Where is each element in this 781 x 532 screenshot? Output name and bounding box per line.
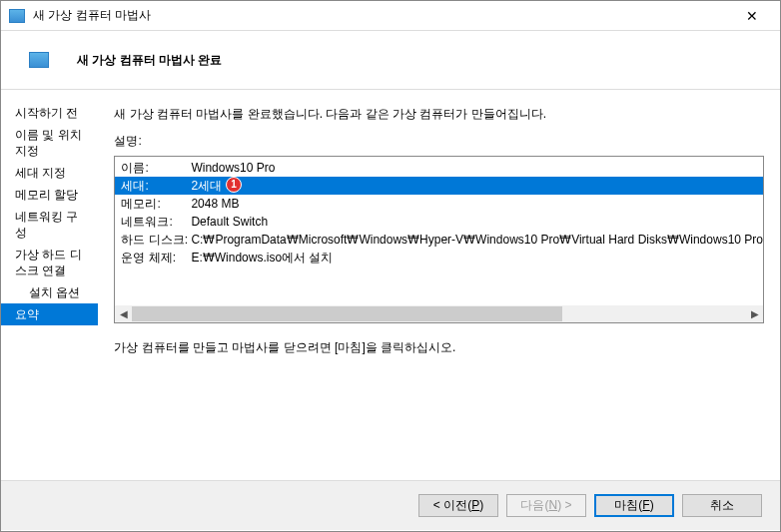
summary-row-0[interactable]: 이름:Windows10 Pro	[115, 159, 763, 177]
hint-text: 가상 컴퓨터를 만들고 마법사를 닫으려면 [마침]을 클릭하십시오.	[114, 339, 764, 356]
summary-row-2[interactable]: 메모리:2048 MB	[115, 195, 763, 213]
page-title: 새 가상 컴퓨터 마법사 완료	[77, 52, 222, 69]
scroll-right-arrow[interactable]: ▶	[746, 305, 763, 322]
wizard-footer: < 이전(P) 다음(N) > 마침(F) 취소	[1, 480, 780, 530]
sidebar-item-7[interactable]: 요약	[1, 303, 98, 325]
sidebar-item-3[interactable]: 메모리 할당	[1, 184, 98, 206]
summary-key: 이름:	[121, 159, 191, 177]
intro-text: 새 가상 컴퓨터 마법사를 완료했습니다. 다음과 같은 가상 컴퓨터가 만들어…	[114, 106, 764, 123]
prev-prefix: < 이전(	[433, 498, 471, 512]
summary-row-5[interactable]: 운영 체제:E:₩Windows.iso에서 설치	[115, 249, 763, 266]
sidebar-item-0[interactable]: 시작하기 전	[1, 102, 98, 124]
sidebar-item-1[interactable]: 이름 및 위치 지정	[1, 124, 98, 162]
summary-row-1[interactable]: 세대:2세대1	[115, 177, 763, 195]
prev-accel: P	[471, 498, 479, 512]
sidebar-item-5[interactable]: 가상 하드 디스크 연결	[1, 244, 98, 281]
summary-value: E:₩Windows.iso에서 설치	[191, 249, 333, 266]
cancel-label: 취소	[710, 498, 734, 512]
wizard-header: 새 가상 컴퓨터 마법사 완료	[1, 31, 780, 89]
titlebar: 새 가상 컴퓨터 마법사 ✕	[1, 1, 780, 31]
summary-box: 이름:Windows10 Pro세대:2세대1메모리:2048 MB네트워크:D…	[114, 156, 764, 323]
summary-key: 운영 체제:	[121, 249, 191, 266]
summary-row-3[interactable]: 네트워크:Default Switch	[115, 213, 763, 231]
sidebar-item-2[interactable]: 세대 지정	[1, 162, 98, 184]
sidebar-item-6[interactable]: 설치 옵션	[1, 281, 98, 303]
app-icon-large	[29, 52, 49, 68]
summary-key: 하드 디스크:	[121, 231, 191, 249]
close-icon: ✕	[746, 8, 758, 24]
finish-prefix: 마침(	[614, 498, 642, 512]
summary-key: 네트워크:	[121, 213, 191, 231]
cancel-button[interactable]: 취소	[682, 494, 762, 517]
previous-button[interactable]: < 이전(P)	[418, 494, 498, 517]
finish-button[interactable]: 마침(F)	[594, 494, 674, 517]
scroll-thumb[interactable]	[132, 306, 561, 321]
summary-key: 메모리:	[121, 195, 191, 213]
finish-accel: F	[642, 498, 649, 512]
summary-row-4[interactable]: 하드 디스크:C:₩ProgramData₩Microsoft₩Windows₩…	[115, 231, 763, 249]
summary-value: 2세대	[191, 177, 222, 195]
summary-key: 세대:	[121, 177, 191, 195]
description-label: 설명:	[114, 133, 764, 150]
summary-value: Windows10 Pro	[191, 159, 275, 177]
next-accel: N	[548, 498, 557, 512]
horizontal-scrollbar[interactable]: ◀ ▶	[115, 305, 763, 322]
next-prefix: 다음(	[520, 498, 548, 512]
window-title: 새 가상 컴퓨터 마법사	[33, 7, 732, 24]
wizard-body: 시작하기 전이름 및 위치 지정세대 지정메모리 할당네트워킹 구성가상 하드 …	[1, 89, 780, 480]
scroll-track[interactable]	[132, 305, 746, 322]
summary-rows: 이름:Windows10 Pro세대:2세대1메모리:2048 MB네트워크:D…	[115, 157, 763, 268]
prev-suffix: )	[479, 498, 483, 512]
summary-value: C:₩ProgramData₩Microsoft₩Windows₩Hyper-V…	[191, 231, 763, 249]
finish-suffix: )	[650, 498, 654, 512]
app-icon	[9, 9, 25, 23]
next-suffix: ) >	[557, 498, 571, 512]
summary-value: Default Switch	[191, 213, 268, 231]
wizard-content: 새 가상 컴퓨터 마법사를 완료했습니다. 다음과 같은 가상 컴퓨터가 만들어…	[98, 90, 780, 480]
next-button: 다음(N) >	[506, 494, 586, 517]
wizard-sidebar: 시작하기 전이름 및 위치 지정세대 지정메모리 할당네트워킹 구성가상 하드 …	[1, 90, 98, 480]
summary-value: 2048 MB	[191, 195, 239, 213]
sidebar-item-4[interactable]: 네트워킹 구성	[1, 206, 98, 244]
close-button[interactable]: ✕	[732, 2, 772, 30]
callout-badge: 1	[226, 177, 242, 193]
scroll-left-arrow[interactable]: ◀	[115, 305, 132, 322]
